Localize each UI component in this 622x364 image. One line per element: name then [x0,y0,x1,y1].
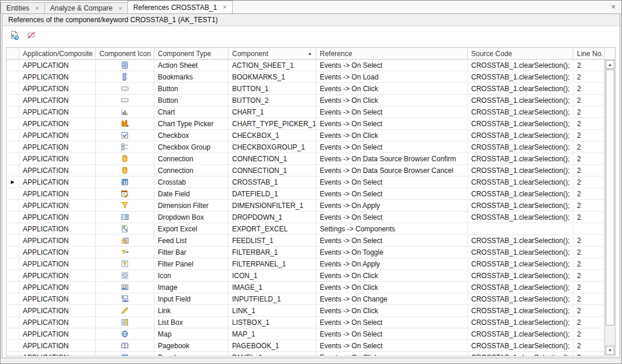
table-row[interactable]: APPLICATIONChart Type PickerCHART_TYPE_P… [6,118,604,130]
tab-references-crosstab-1[interactable]: References CROSSTAB_1× [127,1,233,13]
table-row[interactable]: APPLICATIONDimension FilterDIMENSIONFILT… [6,200,604,212]
table-row[interactable]: APPLICATIONIconICON_1Events -> On ClickC… [6,270,604,282]
reference-cell: Events -> On Select [316,328,468,339]
column-header-line-no[interactable]: Line No. [573,48,605,59]
reference-cell: Events -> On Change [316,293,468,304]
image-icon [121,283,129,291]
reference-cell: Events -> On Click [316,130,468,141]
line-cell: 2 [573,141,604,152]
tab-entities[interactable]: Entities× [1,2,45,13]
table-row[interactable]: APPLICATIONLinkLINK_1Events -> On ClickC… [6,305,604,317]
column-header-reference[interactable]: Reference [316,48,468,59]
type-cell: Map [154,328,229,339]
line-cell: 2 [573,200,604,211]
type-cell: Pagebook [154,340,229,351]
component-cell: CHART_TYPE_PICKER_1 [229,118,316,129]
app-cell: APPLICATION [19,270,96,281]
app-cell: APPLICATION [19,352,96,356]
app-cell: APPLICATION [19,235,96,246]
table-row[interactable]: APPLICATIONChartCHART_1Events -> On Sele… [6,106,604,118]
filter-bar-icon [121,248,129,256]
row-indicator-cell [6,235,19,246]
component-cell: CONNECTION_1 [229,165,316,176]
table-row[interactable]: APPLICATIONConnectionCONNECTION_1Events … [6,165,604,176]
scroll-up-icon[interactable]: ▲ [606,60,614,69]
export-excel-icon [121,225,129,233]
table-row[interactable]: APPLICATIONPanelPANEL_1Events -> On Clic… [6,352,604,356]
table-row[interactable]: APPLICATIONAction SheetACTION_SHEET_1Eve… [6,60,604,71]
icon-cell [96,282,154,293]
table-row[interactable]: APPLICATIONButtonBUTTON_1Events -> On Cl… [6,83,604,95]
column-header-application-composite[interactable]: Application/Composite [19,48,96,59]
table-row[interactable]: APPLICATIONConnectionCONNECTION_1Events … [6,153,604,165]
icon-cell [96,340,154,351]
row-indicator-cell [6,130,19,141]
row-indicator-cell [6,141,19,152]
type-cell: Input Field [154,293,229,304]
table-body: APPLICATIONAction SheetACTION_SHEET_1Eve… [6,60,604,356]
column-header-source-code[interactable]: Source Code [468,48,573,59]
table-row[interactable]: APPLICATIONExport ExcelEXPORT_EXCELSetti… [6,223,604,235]
close-icon[interactable]: × [611,3,616,11]
export-excel-button[interactable]: X [8,30,20,43]
type-cell: Panel [154,352,229,356]
column-header-label: Reference [320,50,352,59]
vertical-scrollbar[interactable]: ▲ ▼ [604,60,615,356]
component-cell: CHART_1 [229,106,316,117]
app-cell: APPLICATION [19,165,96,176]
tab-close-icon[interactable]: × [35,5,39,12]
tab-strip: Entities×Analyze & Compare×References CR… [1,1,621,13]
tab-close-icon[interactable]: × [119,5,122,12]
tab-label: Entities [6,4,29,12]
column-header-component-type[interactable]: Component Type [154,48,229,59]
source-cell: CROSSTAB_1.clearSelection(); [468,188,573,199]
line-cell: 2 [573,247,604,258]
app-cell: APPLICATION [19,130,96,141]
table-row[interactable]: APPLICATIONABCInput FieldINPUTFIELD_1Eve… [6,293,604,305]
tab-analyze-compare[interactable]: Analyze & Compare× [44,2,128,13]
chart-icon [121,108,129,116]
table-row[interactable]: APPLICATIONCheckboxCHECKBOX_1Events -> O… [6,130,604,141]
app-cell: APPLICATION [19,305,96,316]
table-row[interactable]: APPLICATIONButtonBUTTON_2Events -> On Cl… [6,95,604,106]
reference-cell: Events -> On Click [316,305,468,316]
link-icon [121,307,129,314]
clear-comments-button[interactable] [25,30,37,43]
excel-export-icon: X [9,30,19,42]
table-row[interactable]: APPLICATIONCheckbox GroupCHECKBOXGROUP_1… [6,141,604,153]
reference-cell: Events -> On Select [316,317,468,328]
line-cell: 2 [573,60,604,71]
app-cell: APPLICATION [19,176,96,188]
line-cell [573,223,604,234]
tab-close-icon[interactable]: × [223,4,226,11]
table-row[interactable]: APPLICATIONFeed ListFEEDLIST_1Events -> … [6,235,604,247]
column-header-label: Component Icon [99,50,151,59]
column-header-label: Source Code [471,50,512,59]
line-cell: 2 [573,293,604,304]
table-row[interactable]: APPLICATIONBookmarksBOOKMARKS_1Events ->… [6,71,604,83]
table-row[interactable]: APPLICATIONList BoxLISTBOX_1Events -> On… [6,317,604,328]
column-header-component-icon[interactable]: Component Icon [96,48,154,59]
source-cell: CROSSTAB_1.clearSelection(); [468,247,573,258]
scroll-down-icon[interactable]: ▼ [606,346,614,355]
table-row[interactable]: APPLICATIONFilter BarFILTERBAR_1Events -… [6,247,604,258]
app-cell: APPLICATION [19,60,96,71]
table-row[interactable]: APPLICATIONPagebookPAGEBOOK_1Events -> O… [6,340,604,352]
scrollbar-thumb[interactable] [606,70,614,325]
app-cell: APPLICATION [19,247,96,258]
table-row[interactable]: APPLICATIONDate FieldDATEFIELD_1Events -… [6,188,604,200]
table-row[interactable]: APPLICATIONFilter PanelFILTERPANEL_1Even… [6,258,604,270]
icon-cell [96,106,154,117]
reference-cell: Events -> On Load [316,71,468,82]
table-row[interactable]: ▶APPLICATIONCrosstabCROSSTAB_1Events -> … [6,176,604,188]
table-row[interactable]: APPLICATIONMapMAP_1Events -> On SelectCR… [6,328,604,340]
line-cell: 2 [573,106,604,117]
column-header-component[interactable]: Component▲ [229,48,316,59]
table-row[interactable]: APPLICATIONImageIMAGE_1Events -> On Clic… [6,282,604,293]
source-cell: CROSSTAB_1.clearSelection(); [468,305,573,316]
date-field-icon [121,190,129,197]
row-indicator-cell [6,247,19,258]
type-cell: Button [154,83,229,94]
table-row[interactable]: APPLICATIONDropdown BoxDROPDOWN_1Events … [6,212,604,223]
input-field-icon: ABC [121,295,129,303]
